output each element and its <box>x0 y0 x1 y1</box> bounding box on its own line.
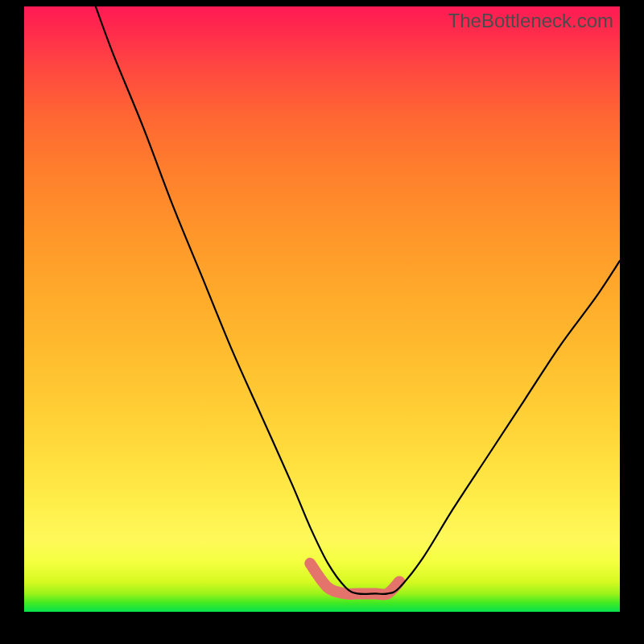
curve-overlay <box>24 6 620 612</box>
chart-frame: TheBottleneck.com <box>0 0 644 644</box>
site-watermark: TheBottleneck.com <box>448 10 613 32</box>
flat-band <box>310 564 399 595</box>
plot-area: TheBottleneck.com <box>24 6 620 612</box>
bottleneck-curve <box>96 6 620 594</box>
